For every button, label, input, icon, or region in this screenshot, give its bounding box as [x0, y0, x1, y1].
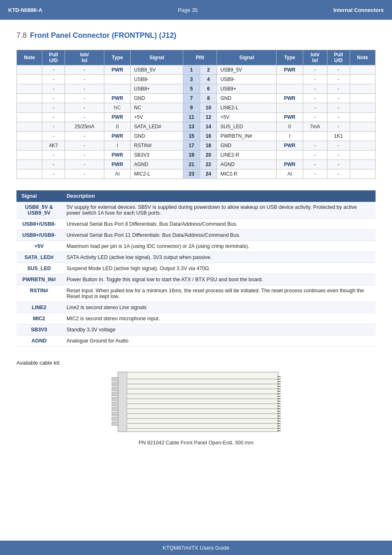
- cell-signal-l: GND: [131, 132, 183, 141]
- cell-signal-r: MIC2-R: [217, 169, 277, 179]
- desc-header-row: Signal Description: [16, 190, 376, 202]
- cell-signal-l: AGND: [131, 160, 183, 169]
- section-title-text: Front Panel Connector (FRONTPNL) (J12): [30, 31, 176, 40]
- cell-ioh-l: 25/25mA: [65, 122, 104, 132]
- cell-type-l: PWR: [104, 160, 130, 169]
- cell-note-l: [17, 84, 42, 94]
- cell-pull-l: -: [42, 103, 65, 113]
- cell-type-l: I: [104, 141, 130, 150]
- cell-type-l: [104, 75, 130, 84]
- cell-ioh-l: -: [65, 169, 104, 179]
- cell-pull-l: -: [42, 160, 65, 169]
- cell-pin-a: 23: [183, 169, 200, 179]
- cell-type-r: AI: [277, 169, 303, 179]
- cell-type-l: AI: [104, 169, 130, 179]
- desc-row: SB3V3 Standby 3.3V voltage: [16, 324, 376, 335]
- cable-svg: [110, 370, 282, 436]
- connector-table: Note PullU/D Ioh/Iol Type Signal PIN Sig…: [16, 50, 376, 179]
- cell-ioh-l: -: [65, 113, 104, 122]
- cell-pull-r: -: [327, 75, 350, 84]
- cell-pin-b: 6: [200, 84, 217, 94]
- cell-pin-b: 18: [200, 141, 217, 150]
- cell-pin-a: 15: [183, 132, 200, 141]
- section-number: 7.8: [16, 31, 27, 40]
- cell-pin-a: 3: [183, 75, 200, 84]
- cell-ioh-l: -: [65, 103, 104, 113]
- desc-signal: PWRBTN_IN#: [16, 274, 62, 285]
- cable-diagram: [110, 370, 282, 436]
- desc-signal: SATA_LED#: [16, 252, 62, 263]
- cell-signal-r: LINE2-L: [217, 103, 277, 113]
- cell-pull-r: -: [327, 169, 350, 179]
- cell-note-r: [350, 65, 375, 75]
- col-type-r: Type: [277, 50, 303, 65]
- cell-signal-r: USB9-: [217, 75, 277, 84]
- cell-ioh-l: -: [65, 150, 104, 160]
- cell-type-r: PWR: [277, 160, 303, 169]
- svg-rect-10: [112, 417, 118, 421]
- cell-signal-l: SB3V3: [131, 150, 183, 160]
- desc-text: Suspend Mode LED (active high signal). O…: [62, 263, 376, 274]
- col-note-r: Note: [350, 50, 375, 65]
- page-number: Page 35: [178, 7, 198, 13]
- cell-pull-l: -: [42, 75, 65, 84]
- cell-note-l: [17, 103, 42, 113]
- cell-ioh-r: -: [303, 84, 327, 94]
- cell-pin-b: 12: [200, 113, 217, 122]
- cell-ioh-l: -: [65, 94, 104, 103]
- desc-row: +5V Maximum load per pin is 1A (using ID…: [16, 241, 376, 252]
- cell-note-r: [350, 94, 375, 103]
- cell-type-r: [277, 84, 303, 94]
- cell-pull-r: 1K1: [327, 132, 350, 141]
- cell-type-r: [277, 75, 303, 84]
- desc-text: Reset Input. When pulled low for a minim…: [62, 285, 376, 302]
- cell-ioh-r: -: [303, 94, 327, 103]
- desc-row: PWRBTN_IN# Power Button In. Toggle this …: [16, 274, 376, 285]
- cell-type-r: PWR: [277, 113, 303, 122]
- cell-pull-r: -: [327, 150, 350, 160]
- cell-type-r: PWR: [277, 141, 303, 150]
- cell-ioh-r: -: [303, 65, 327, 75]
- cell-signal-l: RSTIN#: [131, 141, 183, 150]
- cell-signal-l: +5V: [131, 113, 183, 122]
- cable-section: Available cable kit:: [16, 360, 376, 446]
- cell-type-l: [104, 84, 130, 94]
- table-row: - - AI MIC2-L 23 24 MIC2-R AI - -: [17, 169, 376, 179]
- cell-note-l: [17, 75, 42, 84]
- cell-ioh-r: -: [303, 169, 327, 179]
- table-row: - - PWR GND 7 8 GND PWR - -: [17, 94, 376, 103]
- cell-ioh-r: -: [303, 75, 327, 84]
- cell-type-l: PWR: [104, 113, 130, 122]
- desc-row: USB9+/USB9- Universal Serial Bus Port 11…: [16, 230, 376, 241]
- cell-type-r: [277, 103, 303, 113]
- cell-ioh-r: [303, 132, 327, 141]
- desc-row: MIC2 MIC2 is second stereo microphone in…: [16, 313, 376, 324]
- table-row: - 25/25mA 0 SATA_LED# 13 14 SUS_LED 0 7m…: [17, 122, 376, 132]
- cell-ioh-r: -: [303, 103, 327, 113]
- cell-pull-l: -: [42, 150, 65, 160]
- cell-note-l: [17, 122, 42, 132]
- page-footer: KTQM87/mITX Users Guide: [0, 541, 392, 555]
- col-signal-l: Signal: [131, 50, 183, 65]
- col-ioh-l: Ioh/Iol: [65, 50, 104, 65]
- cell-note-r: [350, 122, 375, 132]
- cell-pull-l: -: [42, 169, 65, 179]
- cell-type-l: PWR: [104, 94, 130, 103]
- desc-col-signal: Signal: [16, 190, 62, 202]
- cell-ioh-r: -: [303, 150, 327, 160]
- svg-rect-0: [118, 372, 278, 432]
- cell-note-r: [350, 141, 375, 150]
- desc-row: LINE2 Line2 is second stereo Line signal…: [16, 302, 376, 313]
- cell-signal-r: USB9+: [217, 84, 277, 94]
- cell-ioh-r: -: [303, 160, 327, 169]
- cell-pull-l: -: [42, 94, 65, 103]
- cell-pull-r: -: [327, 141, 350, 150]
- svg-rect-5: [112, 392, 118, 396]
- cell-pin-a: 1: [183, 65, 200, 75]
- cell-note-r: [350, 132, 375, 141]
- cell-note-l: [17, 94, 42, 103]
- table-row: - - PWR +5V 11 12 +5V PWR - -: [17, 113, 376, 122]
- cell-pull-r: -: [327, 113, 350, 122]
- svg-rect-9: [112, 412, 118, 416]
- cell-pull-r: -: [327, 122, 350, 132]
